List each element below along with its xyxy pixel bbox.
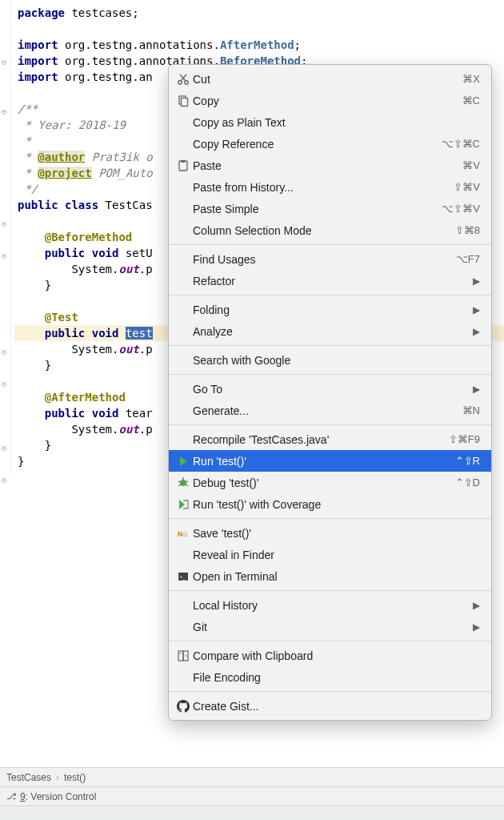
menu-separator	[169, 641, 491, 641]
gutter-fold-icon[interactable]: ⊖	[2, 104, 6, 120]
gutter-fold-icon[interactable]: ⊖	[2, 344, 6, 360]
menu-separator	[169, 244, 491, 245]
gutter-fold-icon[interactable]: ⊖	[2, 216, 6, 232]
out-field: out	[118, 423, 138, 436]
sysout: System.	[71, 263, 118, 275]
breadcrumb-method[interactable]: test()	[64, 772, 86, 783]
menu-copy-reference[interactable]: Copy Reference ⌥⇧⌘C	[169, 133, 491, 155]
javadoc-author: Prat3ik o	[85, 151, 152, 163]
menu-paste-history[interactable]: Paste from History... ⇧⌘V	[169, 176, 491, 198]
submenu-arrow-icon: ▶	[473, 326, 480, 337]
run-icon	[174, 455, 193, 468]
gutter-fold-icon[interactable]: ⊖	[2, 376, 6, 392]
svg-text:›_: ›_	[180, 573, 186, 581]
context-menu: Cut ⌘X Copy ⌘C Copy as Plain Text Copy R…	[168, 64, 492, 721]
keyword-import: import	[18, 70, 58, 83]
breadcrumb-class[interactable]: TestCases	[6, 772, 51, 783]
method-setup: setU	[118, 247, 152, 259]
gutter-fold-icon[interactable]: ⊖	[2, 248, 6, 264]
keyword-void: void	[92, 407, 119, 420]
keyword-public: public	[45, 247, 86, 259]
menu-cut[interactable]: Cut ⌘X	[169, 68, 491, 90]
out-field: out	[118, 343, 138, 356]
github-icon	[174, 700, 193, 713]
keyword-import: import	[18, 54, 58, 67]
menu-run[interactable]: Run 'test()' ⌃⇧R	[169, 450, 491, 472]
compare-icon	[174, 649, 193, 662]
version-control-tool[interactable]: 99: Version Control: Version Control	[20, 791, 96, 802]
import-package: org.testng.an	[58, 70, 153, 83]
menu-separator	[169, 374, 491, 375]
menu-copy-plain[interactable]: Copy as Plain Text	[169, 111, 491, 133]
paste-icon	[174, 159, 193, 172]
svg-marker-15	[179, 500, 185, 509]
menu-column-selection[interactable]: Column Selection Mode ⇧⌘8	[169, 219, 491, 241]
menu-separator	[169, 691, 491, 692]
breadcrumb[interactable]: TestCases › test()	[0, 767, 504, 786]
menu-copy[interactable]: Copy ⌘C	[169, 90, 491, 111]
menu-folding[interactable]: Folding ▶	[169, 299, 491, 320]
submenu-arrow-icon: ▶	[473, 600, 480, 611]
javadoc-project: POM_Auto	[92, 167, 153, 179]
submenu-arrow-icon: ▶	[473, 275, 480, 287]
gutter-fold-icon[interactable]: ⊖	[2, 54, 6, 70]
keyword-public: public	[18, 199, 58, 211]
coverage-icon	[174, 498, 193, 511]
menu-separator	[169, 295, 491, 295]
terminal-icon: ›_	[174, 570, 193, 583]
javadoc-project-tag: @project	[38, 167, 91, 179]
menu-paste[interactable]: Paste ⌘V	[169, 155, 491, 176]
version-control-icon: ⎇	[6, 791, 17, 802]
cut-icon	[174, 73, 193, 86]
menu-paste-simple[interactable]: Paste Simple ⌥⇧⌘V	[169, 198, 491, 219]
svg-point-9	[180, 480, 186, 486]
svg-rect-7	[182, 160, 186, 163]
import-package: org.testng.annotations.	[58, 38, 220, 51]
debug-icon	[174, 476, 193, 489]
annotation-aftermethod: @AfterMethod	[45, 391, 126, 404]
keyword-void: void	[92, 247, 119, 259]
menu-git[interactable]: Git ▶	[169, 616, 491, 637]
svg-point-1	[185, 80, 188, 83]
save-testng-icon: NG	[174, 527, 193, 540]
svg-line-12	[186, 481, 188, 482]
gutter-fold-icon[interactable]: ⊖	[2, 440, 6, 456]
menu-separator	[169, 424, 491, 425]
svg-line-13	[178, 484, 181, 486]
menu-generate[interactable]: Generate... ⌘N	[169, 400, 491, 421]
menu-separator	[169, 345, 491, 346]
svg-line-11	[178, 481, 181, 482]
method-teardown: tear	[118, 407, 152, 420]
keyword-public: public	[45, 407, 86, 420]
gutter-fold-icon[interactable]: ⊖	[2, 472, 6, 488]
menu-separator	[169, 590, 491, 591]
menu-recompile[interactable]: Recompile 'TestCases.java' ⇧⌘F9	[169, 428, 491, 450]
bottom-strip	[0, 806, 504, 820]
menu-reveal-finder[interactable]: Reveal in Finder	[169, 544, 491, 565]
menu-open-terminal[interactable]: ›_ Open in Terminal	[169, 565, 491, 587]
menu-local-history[interactable]: Local History ▶	[169, 594, 491, 616]
menu-debug[interactable]: Debug 'test()' ⌃⇧D	[169, 472, 491, 493]
submenu-arrow-icon: ▶	[473, 304, 480, 316]
svg-rect-20	[178, 651, 183, 661]
menu-analyze[interactable]: Analyze ▶	[169, 320, 491, 342]
menu-save[interactable]: NG Save 'test()'	[169, 522, 491, 544]
annotation-beforemethod: @BeforeMethod	[45, 231, 133, 243]
svg-text:N: N	[178, 530, 183, 538]
menu-create-gist[interactable]: Create Gist...	[169, 695, 491, 717]
svg-marker-8	[180, 456, 187, 466]
menu-compare-clipboard[interactable]: Compare with Clipboard	[169, 645, 491, 666]
menu-coverage[interactable]: Run 'test()' with Coverage	[169, 493, 491, 515]
sysout: System.	[71, 423, 118, 436]
svg-text:G: G	[183, 532, 187, 537]
menu-goto[interactable]: Go To ▶	[169, 378, 491, 400]
menu-find-usages[interactable]: Find Usages ⌥F7	[169, 248, 491, 270]
keyword-package: package	[18, 6, 65, 19]
svg-rect-5	[182, 98, 188, 106]
menu-file-encoding[interactable]: File Encoding	[169, 666, 491, 688]
status-bar: ⎇ 99: Version Control: Version Control	[0, 786, 504, 806]
menu-refactor[interactable]: Refactor ▶	[169, 270, 491, 291]
keyword-void: void	[92, 327, 119, 340]
menu-search-google[interactable]: Search with Google	[169, 349, 491, 371]
annotation-test: @Test	[45, 311, 78, 324]
